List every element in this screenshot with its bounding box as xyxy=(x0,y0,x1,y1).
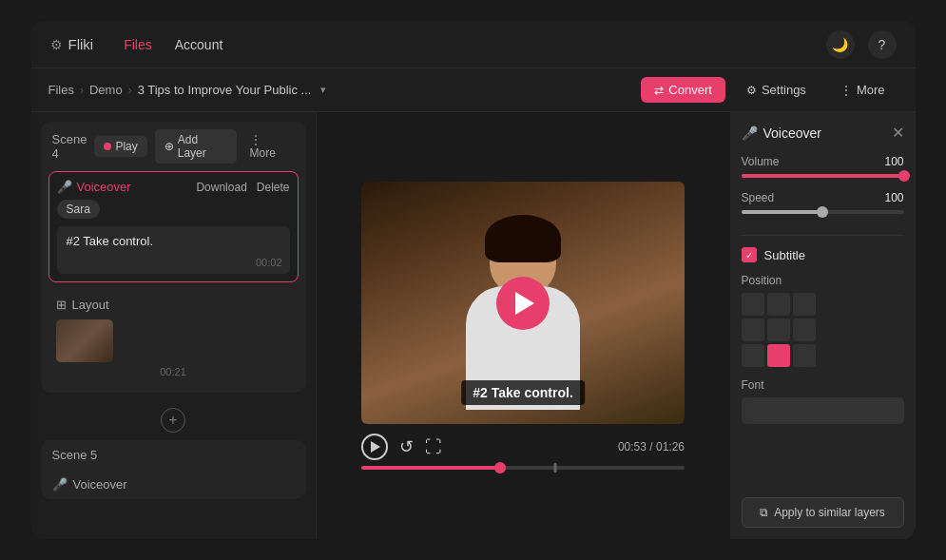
breadcrumb-folder[interactable]: Demo xyxy=(89,83,123,97)
app-window: ⚙ Fliki Files Account 🌙 ? Files › Demo ›… xyxy=(31,21,916,539)
left-panel: Scene 4 Play ⊕ Add Layer ⋮ More xyxy=(31,112,317,539)
font-selector[interactable] xyxy=(742,397,904,424)
volume-label-row: Volume 100 xyxy=(742,155,904,168)
pos-cell-7[interactable] xyxy=(767,344,790,367)
voiceover-text: #2 Take control. xyxy=(67,234,154,248)
speed-slider[interactable] xyxy=(742,210,904,214)
apply-btn-container: ⧉ Apply to similar layers xyxy=(742,488,904,528)
breadcrumb-sep-2: › xyxy=(128,84,132,97)
voiceover-text-area[interactable]: #2 Take control. 00:02 xyxy=(57,226,290,274)
scene4-card: Scene 4 Play ⊕ Add Layer ⋮ More xyxy=(41,122,306,393)
play-dot xyxy=(104,143,111,150)
mic-icon: 🎤 xyxy=(57,180,72,194)
voiceover-timestamp: 00:02 xyxy=(256,257,282,268)
voiceover-title-row: 🎤 Voiceover xyxy=(57,180,197,194)
voiceover-header: 🎤 Voiceover Download Delete xyxy=(57,180,290,194)
progress-thumb[interactable] xyxy=(494,462,506,473)
speed-fill xyxy=(742,210,823,214)
speed-setting: Speed 100 xyxy=(742,191,904,214)
scene-container: Scene 4 Play ⊕ Add Layer ⋮ More xyxy=(31,112,316,539)
breadcrumb: Files › Demo › 3 Tips to Improve Your Pu… xyxy=(48,83,642,97)
subtitle-label: Subtitle xyxy=(764,248,805,262)
play-triangle-icon xyxy=(515,292,534,315)
dark-mode-toggle[interactable]: 🌙 xyxy=(826,30,855,59)
volume-value: 100 xyxy=(884,155,903,168)
right-panel-header: 🎤 Voiceover ✕ xyxy=(742,124,904,142)
settings-icon: ⚙ xyxy=(746,84,757,97)
layout-grid-icon: ⊞ xyxy=(56,298,67,312)
voice-tag[interactable]: Sara xyxy=(57,200,100,219)
settings-button[interactable]: ⚙ Settings xyxy=(733,77,820,103)
position-label: Position xyxy=(742,274,904,287)
main-content: Scene 4 Play ⊕ Add Layer ⋮ More xyxy=(31,112,916,539)
subtitle-checkbox[interactable]: ✓ xyxy=(742,247,757,262)
voiceover-title-text: Voiceover xyxy=(77,180,131,194)
speed-value: 100 xyxy=(884,191,903,204)
video-play-button[interactable] xyxy=(496,277,550,330)
pos-cell-6[interactable] xyxy=(742,344,764,367)
layout-header: ⊞ Layout xyxy=(56,298,291,312)
video-player[interactable]: #2 Take control. xyxy=(361,182,685,424)
pos-cell-2[interactable] xyxy=(793,293,816,316)
help-icon[interactable]: ? xyxy=(868,30,897,59)
right-panel: 🎤 Voiceover ✕ Volume 100 Speed 1 xyxy=(730,112,916,539)
scene5-voiceover-label: Voiceover xyxy=(73,477,127,492)
apply-similar-label: Apply to similar layers xyxy=(774,506,885,519)
volume-slider[interactable] xyxy=(742,174,904,178)
breadcrumb-root[interactable]: Files xyxy=(48,83,74,97)
scene5-label: Scene 5 xyxy=(52,448,295,462)
convert-button[interactable]: ⇄ Convert xyxy=(641,77,725,103)
more-button[interactable]: ⋮ More xyxy=(827,77,898,103)
font-label: Font xyxy=(742,378,904,392)
speed-label-row: Speed 100 xyxy=(742,191,904,204)
scene5-header: Scene 5 xyxy=(41,440,306,470)
scene4-more-btn[interactable]: ⋮ More xyxy=(244,131,295,162)
gear-icon: ⚙ xyxy=(50,37,63,52)
scene4-play-label: Play xyxy=(115,140,137,153)
progress-track xyxy=(361,466,685,470)
add-scene-btn[interactable]: + xyxy=(41,400,306,440)
ctrl-play-btn[interactable] xyxy=(361,434,388,460)
person-hair xyxy=(485,215,561,262)
breadcrumb-current: 3 Tips to Improve Your Public ... xyxy=(138,83,312,97)
nav-files[interactable]: Files xyxy=(112,31,164,58)
speed-thumb[interactable] xyxy=(817,206,828,218)
progress-fill xyxy=(361,466,500,470)
convert-label: Convert xyxy=(668,83,712,97)
delete-voiceover-btn[interactable]: Delete xyxy=(257,181,290,194)
scene5-mic-icon: 🎤 xyxy=(52,477,68,492)
convert-icon: ⇄ xyxy=(654,84,664,97)
scene4-play-btn[interactable]: Play xyxy=(94,136,146,157)
breadcrumb-dropdown-icon[interactable]: ▾ xyxy=(320,84,326,96)
pos-cell-4[interactable] xyxy=(767,319,790,341)
scene5-card: Scene 5 🎤 Voiceover xyxy=(41,440,306,499)
check-icon: ✓ xyxy=(745,250,753,261)
volume-setting: Volume 100 xyxy=(742,155,904,178)
scene4-add-layer-btn[interactable]: ⊕ Add Layer xyxy=(155,129,237,164)
layout-thumb-image xyxy=(56,319,113,362)
scene4-label: Scene 4 xyxy=(52,132,87,161)
center-panel: #2 Take control. ↺ ⛶ 00:53 / 01:26 xyxy=(317,112,730,539)
pos-cell-0[interactable] xyxy=(742,293,764,316)
more-icon: ⋮ xyxy=(840,84,852,97)
time-total: 01:26 xyxy=(656,440,685,454)
panel-title: Voiceover xyxy=(763,126,892,141)
apply-similar-btn[interactable]: ⧉ Apply to similar layers xyxy=(742,497,904,528)
pos-cell-8[interactable] xyxy=(793,344,816,367)
pos-cell-1[interactable] xyxy=(767,293,790,316)
pos-cell-3[interactable] xyxy=(742,319,764,341)
pos-cell-5[interactable] xyxy=(793,319,816,341)
layout-thumbnail[interactable] xyxy=(56,319,113,362)
position-grid xyxy=(742,293,904,367)
progress-container[interactable] xyxy=(361,466,685,470)
volume-thumb[interactable] xyxy=(898,170,910,182)
copy-icon: ⧉ xyxy=(760,506,768,519)
time-display: 00:53 / 01:26 xyxy=(454,440,685,454)
download-voiceover-btn[interactable]: Download xyxy=(196,181,246,194)
ctrl-replay-btn[interactable]: ↺ xyxy=(399,436,414,457)
nav-account[interactable]: Account xyxy=(164,31,235,58)
panel-close-btn[interactable]: ✕ xyxy=(892,124,904,142)
breadcrumb-bar: Files › Demo › 3 Tips to Improve Your Pu… xyxy=(31,68,916,112)
ctrl-fullscreen-btn[interactable]: ⛶ xyxy=(425,437,442,457)
subtitle-row: ✓ Subtitle xyxy=(742,247,904,262)
